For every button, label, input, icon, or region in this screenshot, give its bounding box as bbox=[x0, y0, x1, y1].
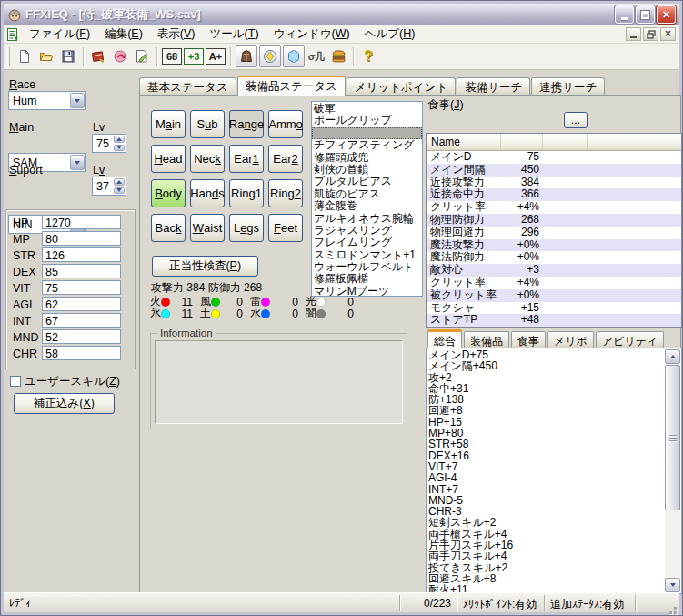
detail-list-item[interactable]: 短剣スキル+2 bbox=[427, 517, 665, 528]
maximize-button[interactable] bbox=[636, 5, 655, 24]
main-tab[interactable]: 連携サーチ bbox=[531, 77, 605, 95]
toolbar-grip[interactable] bbox=[7, 47, 10, 66]
stat-value-field[interactable]: 58 bbox=[42, 346, 121, 360]
equipped-item[interactable]: 修羅頭成兜 bbox=[312, 152, 422, 164]
help-button[interactable]: ? bbox=[357, 45, 379, 67]
slot-button[interactable]: Back bbox=[151, 214, 186, 242]
table-row[interactable]: 物理防御力 268 bbox=[427, 214, 681, 227]
stat-value-field[interactable]: 80 bbox=[42, 231, 121, 246]
slot-button[interactable]: Range bbox=[229, 110, 264, 138]
minimize-button[interactable] bbox=[615, 5, 634, 24]
table-row[interactable]: 被クリット率 +0% bbox=[427, 289, 681, 302]
table-row[interactable]: 敵対心 +3 bbox=[427, 264, 681, 277]
menu-item[interactable]: ファイル(F) bbox=[22, 25, 97, 43]
mdi-restore-button[interactable] bbox=[643, 27, 658, 41]
equipped-item[interactable]: マリンMブーツ bbox=[312, 286, 422, 297]
table-row[interactable]: 近接命中力 366 bbox=[427, 188, 681, 201]
main-tab[interactable]: 装備品ステータス bbox=[237, 76, 346, 96]
detail-tab[interactable]: メリポ bbox=[547, 331, 594, 348]
stat-value-field[interactable]: 1270 bbox=[42, 215, 121, 229]
armor-button[interactable] bbox=[236, 45, 257, 67]
main-tab[interactable]: 基本ステータス bbox=[139, 77, 236, 95]
table-row[interactable]: メイン間隔 450 bbox=[427, 164, 681, 177]
main-tab[interactable]: 装備サーチ bbox=[457, 77, 530, 95]
slot-button[interactable]: Body bbox=[151, 179, 186, 207]
equipped-item[interactable]: 剣侠の首鎖 bbox=[312, 164, 422, 176]
slot-button[interactable]: Hands bbox=[190, 179, 225, 207]
detail-list-item[interactable]: VIT+7 bbox=[427, 461, 665, 472]
scrollbar-thumb[interactable] bbox=[665, 365, 680, 510]
user-skill-checkbox[interactable] bbox=[10, 376, 21, 387]
menu-item[interactable]: ヘルプ(H) bbox=[357, 25, 423, 43]
scroll-down-button[interactable] bbox=[665, 578, 680, 592]
detail-list-item[interactable]: MND-5 bbox=[427, 495, 665, 506]
support-lv-stepper[interactable]: 37 bbox=[92, 177, 126, 196]
slot-button[interactable]: Ear1 bbox=[229, 145, 264, 173]
slot-button[interactable]: Ring2 bbox=[268, 179, 303, 207]
mdi-close-button[interactable]: × bbox=[660, 27, 676, 41]
new-file-button[interactable] bbox=[14, 45, 35, 67]
slot-button[interactable]: Ear2 bbox=[268, 145, 303, 173]
main-tab[interactable]: メリットポイント bbox=[347, 77, 456, 95]
stat-value-field[interactable]: 75 bbox=[42, 280, 121, 295]
otl-button[interactable]: σ几 bbox=[306, 45, 327, 67]
equipped-item[interactable] bbox=[312, 127, 422, 139]
detail-list-item[interactable]: DEX+16 bbox=[427, 450, 665, 461]
equipped-item[interactable]: アルキオネウス腕輪 bbox=[312, 213, 422, 225]
detail-list-item[interactable]: メイン隔+450 bbox=[427, 360, 665, 371]
equipped-item[interactable]: ウォーウルフベルト bbox=[312, 261, 422, 273]
detail-tab[interactable]: アビリティ bbox=[596, 331, 664, 348]
table-row[interactable]: クリット率 +4% bbox=[427, 201, 681, 214]
stat-value-field[interactable]: 67 bbox=[42, 313, 121, 328]
save-button[interactable] bbox=[57, 45, 79, 67]
table-row[interactable]: メインD 75 bbox=[427, 151, 681, 164]
vertical-scrollbar[interactable] bbox=[665, 349, 680, 592]
edit-page-button[interactable] bbox=[131, 45, 153, 67]
table-row[interactable]: クリット率 +4% bbox=[427, 277, 681, 289]
detail-list-item[interactable]: STR+58 bbox=[427, 439, 665, 449]
spin-down-button[interactable] bbox=[114, 145, 125, 152]
equipped-item[interactable]: 薄金腹巻 bbox=[312, 200, 422, 212]
dropdown-arrow-icon[interactable] bbox=[70, 93, 85, 108]
equipped-item[interactable]: スミロドンマント+1 bbox=[312, 249, 422, 261]
spin-up-button[interactable] bbox=[114, 178, 125, 186]
slot-button[interactable]: Head bbox=[151, 145, 186, 173]
slot-button[interactable]: Ring1 bbox=[229, 179, 264, 207]
a-plus-button[interactable]: A+ bbox=[206, 48, 226, 65]
detail-list-item[interactable]: 両手刀スキル+4 bbox=[427, 550, 665, 561]
red-book-button[interactable] bbox=[87, 45, 109, 67]
title-bar[interactable]: FFXIEQ - [侍_破軍装備_WS.sav] × bbox=[4, 4, 679, 25]
food-button[interactable] bbox=[327, 45, 349, 67]
correction-button[interactable]: 補正込み(X) bbox=[14, 393, 115, 414]
dropdown-arrow-icon[interactable] bbox=[70, 155, 85, 170]
stat-value-field[interactable]: 62 bbox=[42, 297, 121, 311]
slot-button[interactable]: Legs bbox=[229, 214, 264, 242]
race-select[interactable]: Hum bbox=[8, 91, 86, 110]
table-header-col2[interactable] bbox=[501, 134, 543, 150]
slot-button[interactable]: Ammo bbox=[268, 110, 303, 138]
equipped-item[interactable]: ポールグリップ bbox=[312, 115, 422, 126]
plus-3-button[interactable]: +3 bbox=[184, 48, 204, 65]
main-lv-stepper[interactable]: 75 bbox=[92, 134, 126, 153]
pink-orb-button[interactable] bbox=[109, 45, 131, 67]
stat-value-field[interactable]: 126 bbox=[42, 247, 121, 262]
spin-down-button[interactable] bbox=[114, 187, 125, 195]
table-row[interactable]: 物理回避力 296 bbox=[427, 227, 681, 239]
stat-value-field[interactable]: 85 bbox=[42, 264, 121, 278]
scroll-up-button[interactable] bbox=[665, 349, 680, 364]
table-header-col3[interactable] bbox=[543, 134, 588, 150]
close-button[interactable]: × bbox=[657, 5, 676, 24]
equipped-item[interactable]: ラジャスリング bbox=[312, 225, 422, 237]
detail-tab[interactable]: 食事 bbox=[511, 331, 546, 348]
equipped-item[interactable]: 凱旋のピアス bbox=[312, 188, 422, 200]
table-row[interactable]: 近接攻撃力 384 bbox=[427, 177, 681, 189]
spin-up-button[interactable] bbox=[114, 136, 125, 143]
resize-grip[interactable] bbox=[636, 593, 679, 612]
menu-item[interactable]: 編集(E) bbox=[97, 25, 150, 43]
mdi-minimize-button[interactable] bbox=[626, 27, 641, 41]
detail-tab[interactable]: 総合 bbox=[427, 329, 462, 348]
slot-button[interactable]: Sub bbox=[190, 110, 225, 138]
slot-button[interactable]: Main bbox=[151, 110, 186, 138]
table-header-name[interactable]: Name bbox=[427, 134, 501, 150]
table-row[interactable]: ストアTP +48 bbox=[427, 314, 681, 327]
